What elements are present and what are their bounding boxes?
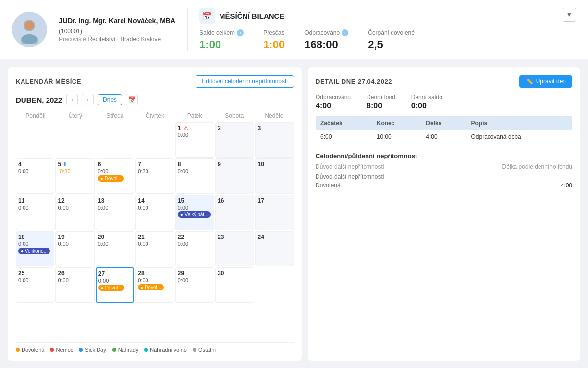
absence-reason-col-header: Důvod další nepřítomnosti: [316, 163, 384, 170]
day-number: 17: [258, 197, 292, 204]
calendar-cell[interactable]: 180:00● Velikono...: [16, 231, 54, 266]
day-number: 22: [178, 234, 212, 240]
cell-badge[interactable]: ● Dovol...: [138, 284, 164, 290]
calendar-title: KALENDÁŘ MĚSÍCE: [16, 78, 81, 85]
day-thursday: Čtvrtek: [135, 110, 174, 121]
calendar-cell[interactable]: 250:00: [16, 267, 54, 303]
cell-badge[interactable]: ● Velký pát...: [178, 211, 211, 218]
cell-time: 0:00: [18, 277, 52, 283]
detail-fund: Denní fond 8:00: [367, 94, 395, 110]
day-number: 24: [258, 234, 292, 240]
day-number: 10: [258, 161, 292, 168]
today-button[interactable]: Dnes: [98, 94, 122, 105]
day-number: 29: [178, 270, 212, 277]
cell-time: 0:00: [178, 132, 212, 138]
calendar-cell[interactable]: 30: [215, 267, 254, 303]
month-title: DUBEN, 2022: [16, 96, 62, 104]
cell-time: 0:00: [98, 241, 132, 247]
balance-dropdown-btn[interactable]: ▼: [563, 8, 576, 22]
calendar-cell[interactable]: 60:00● Dovol...: [96, 158, 134, 194]
day-number: 16: [218, 197, 251, 204]
calendar-cell[interactable]: 80:00: [175, 158, 214, 194]
calendar-weekdays: Pondělí Úterý Středa Čtvrtek Pátek Sobot…: [16, 110, 294, 121]
calendar-cell[interactable]: 1 ⚠0:00: [175, 122, 214, 158]
calendar-cell[interactable]: 10: [255, 158, 294, 194]
monthly-balance: 📅 MĚSÍČNÍ BILANCE Saldo celkem i 1:00 Př…: [187, 8, 576, 51]
worked-info-icon[interactable]: i: [342, 29, 348, 36]
day-number: 18: [18, 234, 52, 240]
calendar-cell: [255, 267, 294, 303]
edit-absences-button[interactable]: Editovat celodenní nepřítomnosti: [196, 75, 294, 88]
saldo-info-icon[interactable]: i: [237, 29, 244, 36]
calendar-cell[interactable]: 5 ℹ-0:30: [55, 158, 94, 194]
calendar-cell[interactable]: 260:00: [55, 267, 94, 303]
day-number: 4: [18, 161, 52, 168]
calendar-cell[interactable]: 110:00: [16, 195, 54, 230]
calendar-cell[interactable]: 270:00● Dovol...: [96, 267, 134, 303]
calendar-cell[interactable]: 190:00: [55, 231, 94, 266]
metric-overtime: Přesčas 1:00: [263, 29, 285, 51]
calendar-cell[interactable]: 24: [255, 231, 294, 266]
calendar-cell[interactable]: 200:00: [96, 231, 134, 266]
metric-worked: Odpracováno i 168:00: [304, 29, 348, 51]
day-monday: Pondělí: [16, 110, 55, 121]
cell-time: 0:00: [138, 277, 172, 283]
detail-metrics: Odpracováno 4:00 Denní fond 8:00 Denní s…: [316, 94, 572, 110]
absence-reason-value: Dovolená: [316, 182, 341, 189]
detail-table: Začátek Konec Délka Popis 6:0010:004:00O…: [316, 116, 572, 144]
legend-label: Dovolená: [22, 347, 44, 353]
calendar-cell[interactable]: 140:00: [135, 195, 174, 230]
cell-badge[interactable]: ● Dovol...: [98, 285, 124, 291]
absence-reason-row: Důvod další nepřítomnosti: [316, 173, 572, 180]
cell-badge[interactable]: ● Velikono...: [18, 248, 50, 254]
calendar-cell[interactable]: 120:00: [55, 195, 94, 230]
legend-dot: [193, 348, 196, 352]
calendar-cell[interactable]: 290:00: [175, 267, 214, 303]
metric-saldo: Saldo celkem i 1:00: [199, 29, 244, 51]
employee-name: JUDr. Ing. Mgr. Karel Nováček, MBA: [59, 16, 175, 26]
day-number: 12: [58, 197, 92, 204]
svg-point-2: [24, 21, 34, 30]
calendar-cell: [55, 122, 94, 158]
calendar-cell[interactable]: 220:00: [175, 231, 214, 266]
calendar-grid: Pondělí Úterý Středa Čtvrtek Pátek Sobot…: [16, 110, 294, 338]
pencil-icon: ✏️: [526, 78, 533, 85]
calendar-cell[interactable]: 210:00: [135, 231, 174, 266]
calendar-cell[interactable]: 2: [215, 122, 254, 158]
next-month-button[interactable]: ›: [82, 94, 94, 105]
legend-dot: [144, 348, 148, 352]
day-number: 2: [218, 125, 251, 131]
detail-fund-value: 8:00: [367, 102, 395, 110]
prev-month-button[interactable]: ‹: [66, 94, 78, 105]
calendar-cell[interactable]: 9: [215, 158, 254, 194]
metric-vacation: Čerpání dovolené 2,5: [368, 29, 415, 51]
calendar-cell[interactable]: 3: [255, 122, 294, 158]
cell-start: 6:00: [316, 130, 372, 144]
calendar-picker-button[interactable]: 📅: [126, 94, 138, 105]
top-bar: JUDr. Ing. Mgr. Karel Nováček, MBA (1000…: [0, 0, 588, 59]
calendar-cell[interactable]: 40:00: [16, 158, 54, 194]
cell-badge[interactable]: ● Dovol...: [98, 175, 124, 182]
day-number: 15: [178, 197, 212, 204]
employee-info: JUDr. Ing. Mgr. Karel Nováček, MBA (1000…: [59, 16, 175, 43]
calendar-cell[interactable]: 280:00● Dovol...: [135, 267, 174, 303]
legend-label: Ostatní: [198, 347, 216, 353]
legend-label: Náhradní volno: [150, 347, 187, 353]
legend-label: Nemoc: [56, 347, 73, 353]
cell-time: 0:00: [18, 168, 52, 174]
calendar-cell[interactable]: 70:30: [135, 158, 174, 194]
cell-time: 0:00: [178, 168, 212, 174]
day-number: 6: [98, 161, 132, 168]
svg-point-3: [22, 34, 37, 44]
info-icon: ℹ: [62, 161, 66, 167]
balance-title: 📅 MĚSÍČNÍ BILANCE: [199, 8, 576, 24]
calendar-cell[interactable]: 17: [255, 195, 294, 230]
detail-panel: DETAIL DNE 27.04.2022 ✏️ Upravit den Odp…: [308, 67, 580, 361]
calendar-cell[interactable]: 16: [215, 195, 254, 230]
edit-day-button[interactable]: ✏️ Upravit den: [519, 75, 572, 88]
absence-duration-col-header: Délka podle denního fondu: [502, 163, 572, 170]
calendar-cell[interactable]: 150:00● Velký pát...: [175, 195, 214, 230]
calendar-cell[interactable]: 130:00: [96, 195, 134, 230]
employee-id: (100001): [59, 28, 175, 35]
calendar-cell[interactable]: 23: [215, 231, 254, 266]
